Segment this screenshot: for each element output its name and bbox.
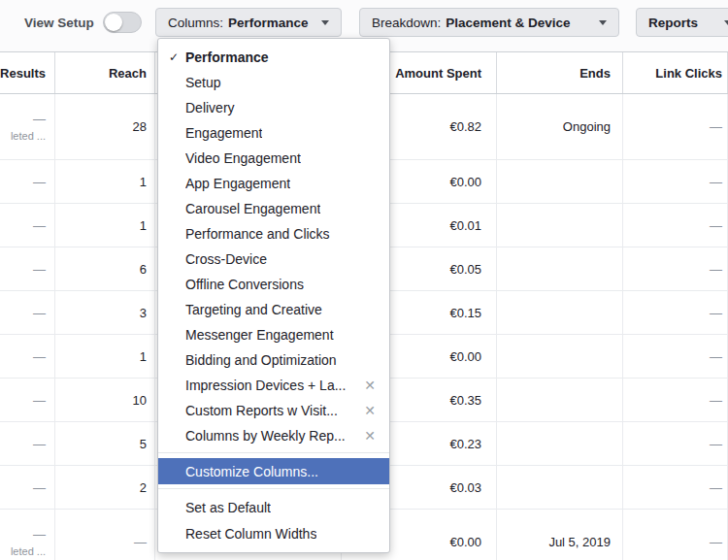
set-as-default-item[interactable]: Set as Default: [158, 494, 389, 520]
menu-item-label: Carousel Engagement: [185, 201, 320, 216]
reach-value: 6: [140, 262, 147, 277]
view-setup-label: View Setup: [24, 16, 94, 30]
cell-results: —: [0, 160, 55, 203]
link-clicks-value: —: [710, 119, 722, 134]
menu-item[interactable]: Custom Reports w Visit... ✕: [158, 398, 389, 423]
cell-results: —: [0, 204, 55, 247]
menu-item[interactable]: Video Engagement: [158, 146, 389, 171]
results-value: —: [33, 218, 46, 233]
cell-link-clicks: —: [623, 379, 728, 421]
menu-item[interactable]: Columns by Weekly Rep... ✕: [158, 423, 389, 448]
menu-item[interactable]: Cross-Device: [158, 247, 389, 272]
menu-item-label: Targeting and Creative: [185, 302, 322, 317]
remove-column-icon[interactable]: ✕: [364, 378, 376, 393]
menu-divider: [158, 452, 389, 453]
cell-ends: Ongoing: [497, 94, 623, 159]
column-header-ends[interactable]: Ends: [497, 52, 623, 93]
cell-reach: 28: [55, 94, 155, 159]
view-setup-toggle[interactable]: [103, 12, 142, 33]
cell-link-clicks: —: [623, 335, 728, 378]
reach-value: 5: [140, 437, 147, 451]
menu-item-label: App Engagement: [185, 176, 290, 191]
menu-item-label: Setup: [185, 75, 221, 90]
menu-item[interactable]: Bidding and Optimization: [158, 347, 389, 373]
results-value: —: [33, 262, 46, 277]
menu-item-label: Reset Column Widths: [185, 526, 316, 542]
amount-spent-value: €0.82: [449, 119, 481, 134]
cell-reach: 2: [55, 466, 155, 509]
link-clicks-value: —: [710, 437, 722, 451]
menu-item[interactable]: Delivery: [158, 95, 389, 120]
customize-columns-item[interactable]: Customize Columns...: [158, 458, 389, 484]
reach-value: 10: [133, 393, 147, 408]
breakdown-button-value: Placement & Device: [446, 16, 570, 30]
link-clicks-value: —: [710, 393, 722, 408]
menu-item[interactable]: App Engagement: [158, 171, 389, 196]
cell-link-clicks: —: [623, 510, 728, 560]
menu-item[interactable]: Engagement: [158, 120, 389, 146]
amount-spent-value: €0.03: [449, 480, 481, 495]
cell-ends: [497, 204, 623, 247]
menu-item-label: Columns by Weekly Rep...: [185, 428, 346, 444]
cell-link-clicks: —: [623, 160, 728, 203]
check-icon: ✓: [169, 50, 185, 64]
amount-spent-value: €0.23: [449, 437, 481, 451]
cell-results: — leted ...: [0, 94, 55, 159]
breakdown-dropdown-button[interactable]: Breakdown: Placement & Device: [359, 8, 619, 37]
results-value: —: [33, 527, 46, 542]
caret-down-icon: [724, 20, 728, 25]
caret-down-icon: [321, 20, 329, 25]
results-value: —: [33, 175, 46, 189]
cell-ends: [497, 422, 623, 465]
cell-ends: Jul 5, 2019: [497, 510, 623, 560]
cell-results: —: [0, 422, 55, 465]
menu-item-label: Offline Conversions: [185, 277, 304, 292]
menu-item-label: Video Engagement: [185, 150, 301, 166]
column-header-results[interactable]: Results: [0, 52, 55, 93]
reach-value: —: [134, 535, 147, 549]
results-value: —: [33, 480, 46, 495]
cell-results: — leted ...: [0, 510, 55, 560]
cell-results: —: [0, 335, 55, 378]
menu-item[interactable]: ✓ Performance: [158, 45, 389, 70]
cell-reach: —: [55, 510, 155, 560]
amount-spent-value: €0.01: [449, 218, 481, 233]
menu-item[interactable]: Impression Devices + La... ✕: [158, 373, 389, 398]
menu-item[interactable]: Offline Conversions: [158, 272, 389, 297]
remove-column-icon[interactable]: ✕: [364, 403, 376, 418]
menu-item[interactable]: Messenger Engagement: [158, 322, 389, 347]
cell-ends: [497, 247, 623, 290]
cell-ends: [497, 335, 623, 378]
menu-item[interactable]: Targeting and Creative: [158, 297, 389, 322]
menu-item[interactable]: Setup: [158, 70, 389, 95]
results-value: —: [33, 306, 46, 320]
reach-value: 3: [140, 306, 147, 320]
cell-results: —: [0, 466, 55, 509]
results-value: —: [33, 349, 46, 364]
cell-link-clicks: —: [623, 291, 728, 334]
results-sub-label: leted ...: [11, 545, 46, 557]
menu-item-label: Bidding and Optimization: [185, 352, 337, 368]
cell-reach: 1: [55, 204, 155, 247]
reset-column-widths-item[interactable]: Reset Column Widths: [158, 520, 389, 546]
reach-value: 1: [140, 218, 147, 233]
menu-item[interactable]: Performance and Clicks: [158, 221, 389, 247]
menu-item-label: Set as Default: [185, 500, 271, 515]
results-value: —: [33, 437, 46, 451]
link-clicks-value: —: [710, 306, 722, 320]
column-header-link-clicks[interactable]: Link Clicks: [623, 52, 728, 93]
cell-link-clicks: —: [623, 466, 728, 509]
menu-item[interactable]: Carousel Engagement: [158, 196, 389, 221]
cell-reach: 1: [55, 160, 155, 203]
column-header-reach[interactable]: Reach: [55, 52, 155, 93]
results-sub-label: leted ...: [11, 130, 46, 142]
cell-ends: [497, 291, 623, 334]
results-value: —: [33, 393, 46, 408]
menu-item-label: Engagement: [185, 125, 262, 141]
remove-column-icon[interactable]: ✕: [364, 428, 376, 444]
reports-dropdown-button[interactable]: Reports: [636, 8, 728, 37]
link-clicks-value: —: [710, 480, 722, 495]
columns-dropdown-button[interactable]: Columns: Performance: [155, 8, 342, 37]
columns-button-prefix: Columns:: [168, 16, 223, 30]
amount-spent-value: €0.00: [449, 175, 481, 189]
